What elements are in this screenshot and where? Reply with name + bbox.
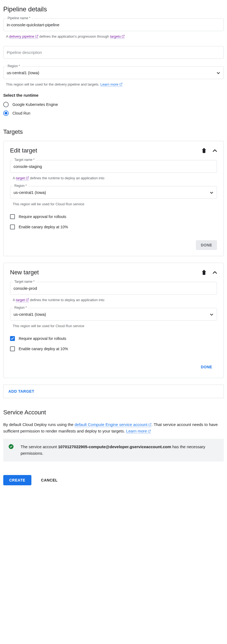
external-link-icon: [26, 298, 29, 301]
pipeline-region-helper: This region will be used for the deliver…: [6, 82, 224, 86]
svg-line-6: [149, 430, 151, 432]
checkbox-icon: [10, 214, 15, 219]
target-link[interactable]: target: [16, 298, 29, 302]
svg-line-5: [150, 424, 151, 425]
enable-canary-checkbox-row[interactable]: Enable canary deploy at 10%: [10, 344, 217, 354]
default-service-account-link[interactable]: default Compute Engine service account: [75, 422, 152, 427]
target-region-label: Region *: [13, 306, 28, 310]
add-target-button[interactable]: ADD TARGET: [8, 389, 34, 393]
pipeline-description-field: [3, 46, 224, 59]
target-region-helper: This region will be used for Cloud Run s…: [13, 324, 217, 328]
target-name-input[interactable]: [10, 282, 217, 295]
targets-link[interactable]: targets: [110, 34, 125, 39]
enable-canary-checkbox-row[interactable]: Enable canary deploy at 10%: [10, 222, 217, 232]
service-account-text: By default Cloud Deploy runs using the d…: [3, 421, 224, 434]
runtime-option-cloud-run[interactable]: Cloud Run: [3, 109, 224, 118]
require-approval-checkbox-row[interactable]: Require approval for rollouts: [10, 333, 217, 344]
runtime-title: Select the runtime: [3, 93, 224, 97]
require-approval-checkbox-row[interactable]: Require approval for rollouts: [10, 212, 217, 222]
footer-actions: CREATE CANCEL: [3, 475, 224, 485]
target-region-helper: This region will be used for Cloud Run s…: [13, 202, 217, 206]
runtime-section: Select the runtime Google Kubernetes Eng…: [3, 93, 224, 118]
target-name-helper: A target defines the runtime to deploy a…: [13, 176, 217, 180]
svg-line-0: [37, 35, 38, 37]
banner-text: The service account 1070127022905-comput…: [21, 444, 218, 457]
delivery-pipeline-link[interactable]: delivery pipeline: [9, 34, 38, 39]
pipeline-name-label: Pipeline name *: [6, 16, 32, 20]
pipeline-name-helper: A delivery pipeline defines the applicat…: [6, 34, 224, 38]
target-name-label: Target name *: [13, 158, 36, 162]
target-region-label: Region *: [13, 184, 28, 188]
target-region-field: Region * us-central1 (Iowa): [10, 186, 217, 199]
success-icon: [9, 444, 14, 451]
external-link-icon: [121, 35, 125, 38]
target-region-select[interactable]: us-central1 (Iowa): [10, 308, 217, 321]
done-button: DONE: [196, 240, 217, 250]
chevron-up-icon[interactable]: [213, 149, 217, 152]
checkbox-label: Enable canary deploy at 10%: [19, 225, 68, 229]
target-name-helper: A target defines the runtime to deploy a…: [13, 298, 217, 302]
create-button[interactable]: CREATE: [3, 475, 31, 485]
target-card-title: Edit target: [10, 147, 37, 154]
target-link[interactable]: target: [16, 176, 29, 180]
pipeline-details-heading: Pipeline details: [3, 5, 224, 13]
checkbox-icon: [10, 225, 15, 229]
external-link-icon: [26, 176, 29, 180]
target-name-label: Target name *: [13, 280, 36, 284]
done-button[interactable]: DONE: [196, 362, 217, 372]
checkbox-label: Require approval for rollouts: [19, 214, 66, 219]
checkbox-label: Require approval for rollouts: [19, 336, 66, 341]
target-card-title: New target: [10, 269, 39, 276]
chevron-up-icon[interactable]: [213, 271, 217, 274]
cancel-button[interactable]: CANCEL: [40, 478, 59, 483]
runtime-option-gke[interactable]: Google Kubernetes Engine: [3, 100, 224, 109]
checkbox-icon: [10, 346, 15, 351]
target-name-input[interactable]: [10, 160, 217, 173]
radio-icon: [3, 110, 9, 116]
target-region-field: Region * us-central1 (Iowa): [10, 308, 217, 321]
external-link-icon: [148, 430, 151, 433]
checkbox-icon: [10, 336, 15, 341]
delete-icon[interactable]: [202, 270, 206, 275]
external-link-icon: [119, 83, 123, 86]
pipeline-description-input[interactable]: [3, 46, 224, 59]
target-name-field: Target name *: [10, 282, 217, 295]
service-account-banner: The service account 1070127022905-comput…: [3, 439, 224, 461]
svg-line-2: [121, 83, 122, 85]
target-name-field: Target name *: [10, 160, 217, 173]
target-region-select[interactable]: us-central1 (Iowa): [10, 186, 217, 199]
targets-heading: Targets: [3, 128, 224, 135]
runtime-option-label: Cloud Run: [12, 111, 30, 115]
target-card-staging: Edit target Target name * A target defin…: [3, 141, 224, 256]
external-link-icon: [148, 423, 152, 426]
svg-line-3: [27, 177, 29, 178]
radio-icon: [3, 102, 9, 107]
service-account-email: 1070127022905-compute@developer.gservice…: [58, 444, 171, 449]
pipeline-name-field: Pipeline name *: [3, 18, 224, 31]
delete-icon[interactable]: [202, 148, 206, 153]
service-account-heading: Service Account: [3, 409, 224, 416]
runtime-option-label: Google Kubernetes Engine: [12, 102, 58, 107]
pipeline-name-input[interactable]: [3, 18, 224, 31]
target-card-prod: New target Target name * A target define…: [3, 263, 224, 378]
region-learn-more-link[interactable]: Learn more: [100, 82, 122, 87]
svg-line-1: [123, 35, 124, 37]
pipeline-region-select[interactable]: us-central1 (Iowa): [3, 66, 224, 79]
service-account-learn-more-link[interactable]: Learn more: [126, 429, 151, 434]
checkbox-label: Enable canary deploy at 10%: [19, 347, 68, 351]
svg-line-4: [27, 299, 29, 300]
external-link-icon: [35, 35, 38, 38]
add-target-card: ADD TARGET: [3, 385, 224, 398]
pipeline-region-label: Region *: [6, 64, 22, 68]
pipeline-region-field: Region * us-central1 (Iowa): [3, 66, 224, 79]
